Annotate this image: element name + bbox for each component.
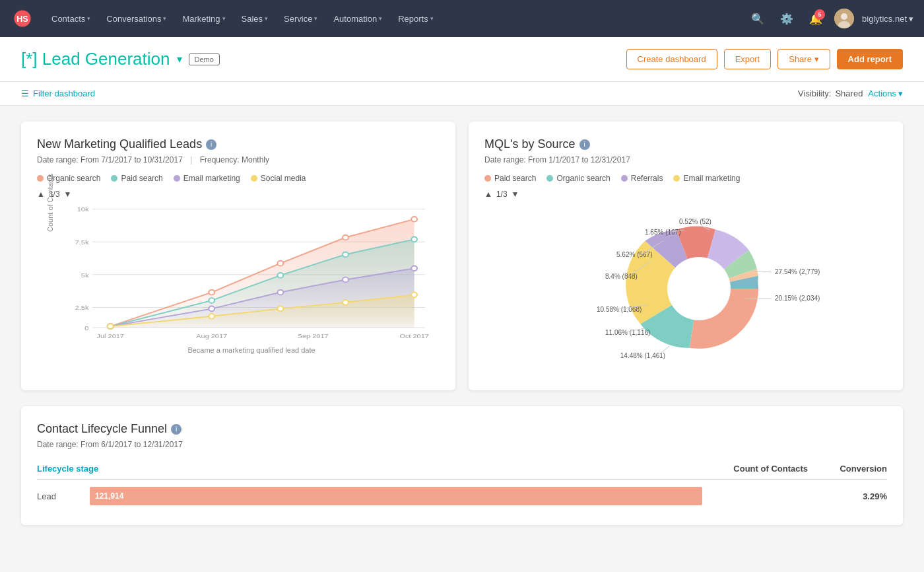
visibility-label: Visibility: Shared bbox=[798, 89, 863, 98]
export-button[interactable]: Export bbox=[724, 49, 772, 69]
topnav: HS Contacts ▾ Conversations ▾ Marketing … bbox=[0, 0, 924, 37]
legend-color bbox=[484, 175, 491, 182]
svg-point-42 bbox=[411, 293, 417, 298]
svg-text:5.62% (567): 5.62% (567) bbox=[616, 251, 652, 258]
triangle-down-icon: ▼ bbox=[64, 190, 72, 199]
funnel-stage-label: Lead bbox=[37, 491, 90, 501]
info-icon[interactable]: i bbox=[206, 139, 216, 150]
svg-text:Sep 2017: Sep 2017 bbox=[298, 333, 329, 340]
filter-icon: ☰ bbox=[21, 89, 29, 98]
legend-color bbox=[111, 175, 117, 182]
add-report-button[interactable]: Add report bbox=[837, 49, 903, 69]
svg-point-22 bbox=[277, 261, 283, 266]
chevron-down-icon: ▾ bbox=[898, 89, 903, 98]
svg-point-33 bbox=[209, 306, 214, 312]
svg-text:14.48% (1,461): 14.48% (1,461) bbox=[620, 352, 665, 359]
svg-point-21 bbox=[209, 290, 214, 295]
chart1-meta: Date range: From 7/1/2017 to 10/31/2017 … bbox=[37, 155, 440, 164]
triangle-down-icon: ▼ bbox=[512, 190, 519, 199]
nav-reports[interactable]: Reports ▾ bbox=[391, 10, 440, 28]
legend-item: Email marketing bbox=[174, 174, 240, 183]
charts-row: New Marketing Qualified Leads i Date ran… bbox=[21, 122, 903, 390]
svg-text:5k: 5k bbox=[81, 271, 89, 278]
svg-text:20.15% (2,034): 20.15% (2,034) bbox=[775, 295, 820, 302]
chevron-down-icon[interactable]: ▾ bbox=[177, 53, 182, 65]
nav-service[interactable]: Service ▾ bbox=[277, 10, 324, 28]
line-chart-card: New Marketing Qualified Leads i Date ran… bbox=[21, 122, 455, 390]
nav-automation[interactable]: Automation ▾ bbox=[327, 10, 389, 28]
chart2-legend: Paid search Organic search Referrals Ema… bbox=[484, 174, 887, 183]
nav-conversations[interactable]: Conversations ▾ bbox=[100, 10, 173, 28]
svg-point-43 bbox=[667, 257, 731, 320]
legend-color bbox=[673, 175, 680, 182]
info-icon[interactable]: i bbox=[171, 424, 182, 435]
svg-point-39 bbox=[209, 314, 214, 319]
nav-contacts[interactable]: Contacts ▾ bbox=[45, 10, 97, 28]
funnel-bar: 121,914 bbox=[90, 487, 702, 505]
filter-dashboard-link[interactable]: ☰ Filter dashboard bbox=[21, 89, 95, 98]
main-content: New Marketing Qualified Leads i Date ran… bbox=[0, 106, 924, 557]
nav-marketing[interactable]: Marketing ▾ bbox=[176, 10, 232, 28]
svg-text:Oct 2017: Oct 2017 bbox=[399, 333, 429, 340]
svg-point-34 bbox=[277, 290, 283, 295]
funnel-col-conv-header: Conversion bbox=[808, 464, 887, 474]
create-dashboard-button[interactable]: Create dashboard bbox=[626, 49, 717, 69]
legend-color bbox=[621, 175, 628, 182]
svg-text:HS: HS bbox=[16, 15, 28, 24]
svg-text:0: 0 bbox=[84, 324, 88, 331]
svg-text:Jul 2017: Jul 2017 bbox=[97, 333, 125, 340]
search-icon[interactable]: 🔍 bbox=[747, 8, 768, 29]
chevron-down-icon: ▾ bbox=[430, 15, 434, 22]
svg-text:7.5k: 7.5k bbox=[75, 239, 90, 246]
svg-point-24 bbox=[411, 217, 417, 222]
svg-point-38 bbox=[108, 324, 114, 329]
account-name[interactable]: biglytics.net ▾ bbox=[862, 14, 913, 24]
chevron-down-icon: ▾ bbox=[379, 15, 382, 22]
svg-text:27.54% (2,779): 27.54% (2,779) bbox=[775, 268, 820, 275]
hubspot-logo[interactable]: HS bbox=[11, 7, 34, 30]
funnel-bar-value: 121,914 bbox=[95, 491, 123, 501]
legend-item: Paid search bbox=[111, 174, 162, 183]
funnel-table-header: Lifecycle stage Count of Contacts Conver… bbox=[37, 458, 887, 480]
svg-point-40 bbox=[277, 306, 283, 312]
svg-text:10k: 10k bbox=[77, 206, 90, 213]
svg-point-28 bbox=[277, 273, 283, 278]
svg-point-29 bbox=[343, 252, 348, 257]
svg-point-3 bbox=[841, 13, 847, 20]
line-chart-svg: 10k 7.5k 5k 2.5k 0 Jul 2017 Aug 2017 Sep… bbox=[63, 203, 440, 341]
chart1-title: New Marketing Qualified Leads i bbox=[37, 137, 440, 151]
svg-text:0.52% (52): 0.52% (52) bbox=[679, 218, 711, 225]
svg-point-23 bbox=[343, 235, 348, 240]
nav-sales[interactable]: Sales ▾ bbox=[235, 10, 275, 28]
y-axis-label: Count of Contacts bbox=[46, 174, 54, 232]
triangle-up-icon: ▲ bbox=[37, 190, 45, 199]
actions-dropdown[interactable]: Actions ▾ bbox=[868, 89, 903, 98]
pie-chart-card: MQL's by Source i Date range: From 1/1/2… bbox=[469, 122, 903, 390]
table-row: Lead 121,914 3.29% bbox=[37, 483, 887, 509]
svg-text:Aug 2017: Aug 2017 bbox=[196, 333, 227, 340]
chart2-meta: Date range: From 1/1/2017 to 12/31/2017 bbox=[484, 155, 887, 164]
svg-point-35 bbox=[343, 277, 348, 283]
pie-chart-svg: 27.54% (2,779) 20.15% (2,034) 14.48% (1,… bbox=[484, 203, 887, 375]
svg-text:1.65% (167): 1.65% (167) bbox=[645, 229, 680, 236]
chevron-down-icon: ▾ bbox=[909, 14, 913, 24]
funnel-col-stage-header: Lifecycle stage bbox=[37, 464, 702, 474]
header-actions: Create dashboard Export Share ▾ Add repo… bbox=[626, 49, 903, 69]
legend-item: Organic search bbox=[546, 174, 610, 183]
legend-color bbox=[546, 175, 553, 182]
avatar[interactable] bbox=[834, 9, 854, 28]
chevron-down-icon: ▾ bbox=[265, 15, 268, 22]
pie-chart-area: 27.54% (2,779) 20.15% (2,034) 14.48% (1,… bbox=[484, 203, 887, 375]
page-title: [*] Lead Generation bbox=[21, 49, 170, 69]
info-icon[interactable]: i bbox=[579, 139, 590, 150]
legend-item: Referrals bbox=[621, 174, 663, 183]
share-button[interactable]: Share ▾ bbox=[777, 49, 830, 69]
svg-text:2.5k: 2.5k bbox=[75, 304, 90, 311]
svg-text:11.06% (1,116): 11.06% (1,116) bbox=[605, 329, 650, 336]
funnel-card: Contact Lifecycle Funnel i Date range: F… bbox=[21, 406, 903, 525]
legend-color bbox=[37, 175, 44, 182]
chevron-down-icon: ▾ bbox=[222, 15, 226, 22]
notifications-icon[interactable]: 🔔 5 bbox=[805, 8, 826, 29]
legend-item: Email marketing bbox=[673, 174, 740, 183]
gear-icon[interactable]: ⚙️ bbox=[776, 8, 797, 29]
